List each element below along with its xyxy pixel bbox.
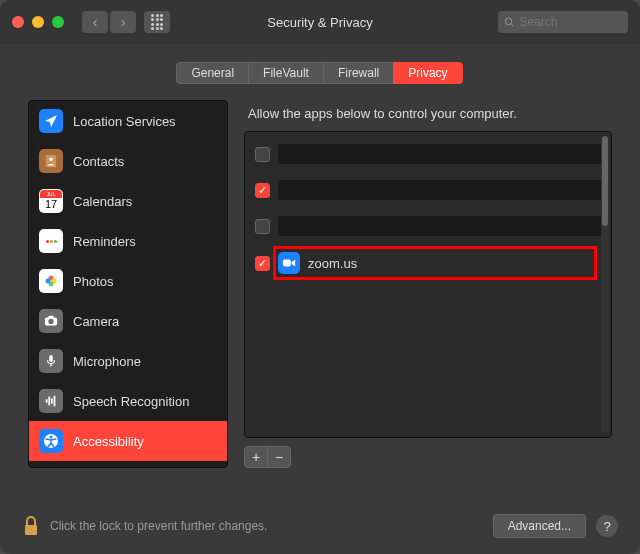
sidebar-item-label: Speech Recognition (73, 394, 189, 409)
tab-general[interactable]: General (176, 62, 249, 84)
sidebar-item-label: Contacts (73, 154, 124, 169)
redacted-app (278, 180, 601, 200)
lock-icon[interactable] (22, 515, 40, 537)
add-app-button[interactable]: + (244, 446, 268, 468)
zoom-window-button[interactable] (52, 16, 64, 28)
svg-point-7 (46, 279, 51, 284)
sidebar-item-camera[interactable]: Camera (29, 301, 227, 341)
sidebar-item-label: Microphone (73, 354, 141, 369)
svg-rect-19 (283, 260, 291, 267)
content-area: Location ServicesContactsJUL17CalendarsR… (28, 100, 612, 468)
window-title: Security & Privacy (267, 15, 372, 30)
sidebar-item-label: Accessibility (73, 434, 144, 449)
sidebar-item-reminders[interactable]: Reminders (29, 221, 227, 261)
sidebar-item-photos[interactable]: Photos (29, 261, 227, 301)
svg-point-3 (49, 158, 53, 162)
tab-filevault[interactable]: FileVault (248, 62, 324, 84)
svg-rect-10 (48, 316, 53, 319)
camera-icon (39, 309, 63, 333)
redacted-app (278, 216, 601, 236)
sidebar-item-microphone[interactable]: Microphone (29, 341, 227, 381)
list-edit-buttons: + − (244, 446, 612, 468)
forward-button[interactable]: › (110, 11, 136, 33)
sidebar-item-location-services[interactable]: Location Services (29, 101, 227, 141)
reminders-icon (39, 229, 63, 253)
sidebar-item-label: Photos (73, 274, 113, 289)
privacy-category-sidebar[interactable]: Location ServicesContactsJUL17CalendarsR… (28, 100, 228, 468)
svg-point-0 (505, 18, 512, 25)
zoom-icon (278, 252, 300, 274)
help-button[interactable]: ? (596, 515, 618, 537)
advanced-button[interactable]: Advanced... (493, 514, 586, 538)
app-row[interactable] (245, 208, 611, 244)
tab-privacy[interactable]: Privacy (393, 62, 462, 84)
app-row[interactable] (245, 136, 611, 172)
svg-rect-16 (54, 396, 56, 407)
speech-recognition-icon (39, 389, 63, 413)
svg-line-1 (511, 24, 514, 27)
redacted-app (278, 144, 601, 164)
preferences-window: ‹ › Security & Privacy GeneralFileVaultF… (0, 0, 640, 554)
titlebar: ‹ › Security & Privacy (0, 0, 640, 44)
footer: Click the lock to prevent further change… (0, 498, 640, 554)
search-icon (504, 16, 514, 28)
tab-bar: GeneralFileVaultFirewallPrivacy (0, 62, 640, 84)
sidebar-item-speech-recognition[interactable]: Speech Recognition (29, 381, 227, 421)
location-services-icon (39, 109, 63, 133)
svg-rect-14 (48, 397, 50, 406)
microphone-icon (39, 349, 63, 373)
right-pane: Allow the apps below to control your com… (244, 100, 612, 468)
search-field[interactable] (498, 11, 628, 33)
sidebar-item-accessibility[interactable]: Accessibility (29, 421, 227, 461)
sidebar-item-label: Camera (73, 314, 119, 329)
pane-description: Allow the apps below to control your com… (244, 100, 612, 131)
photos-icon (39, 269, 63, 293)
back-button[interactable]: ‹ (82, 11, 108, 33)
svg-rect-11 (49, 355, 53, 362)
lock-hint-text: Click the lock to prevent further change… (50, 519, 493, 533)
app-row[interactable]: ✓zoom.us (245, 244, 611, 282)
app-row[interactable]: ✓ (245, 172, 611, 208)
app-checkbox[interactable]: ✓ (255, 256, 270, 271)
svg-point-18 (50, 436, 53, 439)
remove-app-button[interactable]: − (267, 446, 291, 468)
contacts-icon (39, 149, 63, 173)
search-input[interactable] (519, 15, 622, 29)
sidebar-item-label: Reminders (73, 234, 136, 249)
minimize-window-button[interactable] (32, 16, 44, 28)
app-name-label: zoom.us (308, 256, 357, 271)
window-controls (12, 16, 64, 28)
sidebar-item-contacts[interactable]: Contacts (29, 141, 227, 181)
sidebar-item-label: Calendars (73, 194, 132, 209)
close-window-button[interactable] (12, 16, 24, 28)
app-checkbox[interactable] (255, 219, 270, 234)
app-checkbox[interactable] (255, 147, 270, 162)
calendars-icon: JUL17 (39, 189, 63, 213)
nav-buttons: ‹ › (82, 11, 136, 33)
grid-icon (151, 14, 163, 31)
svg-rect-15 (51, 398, 53, 403)
app-checkbox[interactable]: ✓ (255, 183, 270, 198)
sidebar-item-label: Location Services (73, 114, 176, 129)
svg-point-9 (48, 319, 53, 324)
accessibility-icon (39, 429, 63, 453)
scrollbar[interactable] (601, 136, 609, 433)
svg-rect-13 (46, 399, 48, 403)
show-all-button[interactable] (144, 11, 170, 33)
sidebar-item-calendars[interactable]: JUL17Calendars (29, 181, 227, 221)
svg-rect-20 (25, 525, 37, 535)
tab-firewall[interactable]: Firewall (323, 62, 394, 84)
scroll-thumb[interactable] (602, 136, 608, 226)
app-list[interactable]: ✓✓zoom.us (244, 131, 612, 438)
